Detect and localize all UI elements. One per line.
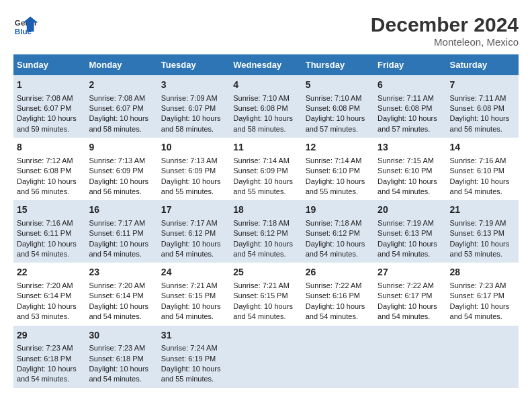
daylight-minutes: and 55 minutes. (161, 375, 214, 383)
daylight-label: Daylight: 10 hours (17, 114, 77, 122)
daylight-label: Daylight: 10 hours (378, 177, 437, 185)
daylight-label: Daylight: 10 hours (233, 240, 293, 248)
calendar-table: SundayMondayTuesdayWednesdayThursdayFrid… (13, 54, 519, 388)
sunrise-label: Sunrise: 7:10 AM (233, 94, 290, 102)
sunset-label: Sunset: 6:15 PM (161, 291, 216, 300)
sunrise-label: Sunrise: 7:23 AM (450, 281, 506, 289)
day-number: 2 (89, 79, 154, 92)
daylight-label: Daylight: 10 hours (233, 114, 293, 122)
daylight-label: Daylight: 10 hours (89, 365, 148, 373)
day-number: 7 (450, 79, 515, 92)
sunset-label: Sunset: 6:07 PM (89, 104, 143, 112)
sunrise-label: Sunrise: 7:08 AM (89, 94, 145, 102)
sunrise-label: Sunrise: 7:13 AM (89, 156, 145, 165)
sunset-label: Sunset: 6:08 PM (306, 104, 360, 112)
sunrise-label: Sunrise: 7:08 AM (17, 94, 73, 102)
sunset-label: Sunset: 6:18 PM (17, 355, 71, 363)
header-cell-thursday: Thursday (302, 54, 374, 75)
calendar-cell: 2Sunrise: 7:08 AMSunset: 6:07 PMDaylight… (85, 75, 157, 138)
sunrise-label: Sunrise: 7:15 AM (378, 156, 434, 165)
daylight-label: Daylight: 10 hours (17, 177, 77, 185)
calendar-cell: 19Sunrise: 7:18 AMSunset: 6:12 PMDayligh… (302, 200, 374, 263)
daylight-label: Daylight: 10 hours (89, 114, 148, 122)
day-number: 22 (17, 266, 82, 279)
daylight-minutes: and 54 minutes. (378, 187, 430, 195)
page-title: December 2024 (371, 13, 519, 36)
sunrise-label: Sunrise: 7:13 AM (161, 156, 218, 165)
day-number: 31 (161, 329, 226, 342)
calendar-cell: 24Sunrise: 7:21 AMSunset: 6:15 PMDayligh… (158, 263, 230, 325)
sunset-label: Sunset: 6:10 PM (450, 167, 504, 175)
daylight-minutes: and 54 minutes. (89, 250, 141, 258)
calendar-cell: 11Sunrise: 7:14 AMSunset: 6:09 PMDayligh… (230, 138, 302, 200)
calendar-cell: 23Sunrise: 7:20 AMSunset: 6:14 PMDayligh… (85, 263, 157, 325)
day-number: 23 (89, 266, 154, 279)
day-number: 29 (17, 329, 82, 342)
calendar-cell: 1Sunrise: 7:08 AMSunset: 6:07 PMDaylight… (13, 75, 85, 138)
daylight-label: Daylight: 10 hours (89, 177, 148, 185)
logo-icon: General Blue (13, 13, 38, 38)
calendar-cell: 14Sunrise: 7:16 AMSunset: 6:10 PMDayligh… (447, 138, 519, 200)
daylight-label: Daylight: 10 hours (450, 177, 510, 185)
daylight-minutes: and 56 minutes. (450, 125, 502, 133)
calendar-cell: 13Sunrise: 7:15 AMSunset: 6:10 PMDayligh… (374, 138, 446, 200)
day-number: 20 (378, 203, 443, 217)
sunset-label: Sunset: 6:16 PM (306, 291, 360, 300)
header-cell-sunday: Sunday (13, 54, 85, 75)
sunrise-label: Sunrise: 7:17 AM (161, 219, 218, 227)
header-cell-saturday: Saturday (447, 54, 519, 75)
daylight-label: Daylight: 10 hours (233, 302, 293, 310)
calendar-cell (374, 326, 446, 388)
calendar-cell: 26Sunrise: 7:22 AMSunset: 6:16 PMDayligh… (302, 263, 374, 325)
header-cell-friday: Friday (374, 54, 446, 75)
calendar-cell: 16Sunrise: 7:17 AMSunset: 6:11 PMDayligh… (85, 200, 157, 263)
sunset-label: Sunset: 6:08 PM (17, 167, 71, 175)
day-number: 9 (89, 141, 154, 154)
calendar-cell: 30Sunrise: 7:23 AMSunset: 6:18 PMDayligh… (85, 326, 157, 388)
daylight-label: Daylight: 10 hours (161, 302, 221, 310)
header-row: SundayMondayTuesdayWednesdayThursdayFrid… (13, 54, 519, 75)
sunrise-label: Sunrise: 7:21 AM (233, 281, 290, 289)
sunrise-label: Sunrise: 7:19 AM (378, 219, 434, 227)
day-number: 10 (161, 141, 226, 154)
calendar-cell: 12Sunrise: 7:14 AMSunset: 6:10 PMDayligh… (302, 138, 374, 200)
daylight-minutes: and 53 minutes. (450, 250, 502, 258)
daylight-label: Daylight: 10 hours (233, 177, 293, 185)
sunrise-label: Sunrise: 7:22 AM (378, 281, 434, 289)
header-cell-wednesday: Wednesday (230, 54, 302, 75)
header-cell-tuesday: Tuesday (158, 54, 230, 75)
daylight-minutes: and 54 minutes. (306, 312, 358, 320)
day-number: 6 (378, 79, 443, 92)
week-row-1: 1Sunrise: 7:08 AMSunset: 6:07 PMDaylight… (13, 75, 519, 138)
daylight-minutes: and 54 minutes. (378, 312, 430, 320)
daylight-label: Daylight: 10 hours (306, 240, 365, 248)
calendar-cell: 31Sunrise: 7:24 AMSunset: 6:19 PMDayligh… (158, 326, 230, 388)
sunset-label: Sunset: 6:09 PM (161, 167, 216, 175)
calendar-cell: 9Sunrise: 7:13 AMSunset: 6:09 PMDaylight… (85, 138, 157, 200)
sunset-label: Sunset: 6:11 PM (89, 229, 143, 237)
day-number: 1 (17, 79, 82, 92)
calendar-cell: 5Sunrise: 7:10 AMSunset: 6:08 PMDaylight… (302, 75, 374, 138)
sunrise-label: Sunrise: 7:14 AM (306, 156, 362, 165)
sunset-label: Sunset: 6:12 PM (233, 229, 287, 237)
sunset-label: Sunset: 6:15 PM (233, 291, 287, 300)
sunset-label: Sunset: 6:14 PM (17, 291, 71, 300)
daylight-minutes: and 54 minutes. (233, 312, 285, 320)
sunrise-label: Sunrise: 7:17 AM (89, 219, 145, 227)
sunset-label: Sunset: 6:17 PM (378, 291, 432, 300)
sunset-label: Sunset: 6:12 PM (306, 229, 360, 237)
daylight-label: Daylight: 10 hours (306, 302, 365, 310)
sunset-label: Sunset: 6:13 PM (378, 229, 432, 237)
week-row-3: 15Sunrise: 7:16 AMSunset: 6:11 PMDayligh… (13, 200, 519, 263)
sunset-label: Sunset: 6:09 PM (233, 167, 287, 175)
day-number: 14 (450, 141, 515, 154)
daylight-label: Daylight: 10 hours (161, 365, 221, 373)
calendar-cell: 8Sunrise: 7:12 AMSunset: 6:08 PMDaylight… (13, 138, 85, 200)
logo: General Blue (13, 13, 38, 38)
sunrise-label: Sunrise: 7:19 AM (450, 219, 506, 227)
calendar-cell: 18Sunrise: 7:18 AMSunset: 6:12 PMDayligh… (230, 200, 302, 263)
sunset-label: Sunset: 6:17 PM (450, 291, 504, 300)
calendar-cell: 22Sunrise: 7:20 AMSunset: 6:14 PMDayligh… (13, 263, 85, 325)
daylight-label: Daylight: 10 hours (378, 114, 437, 122)
day-number: 11 (233, 141, 298, 154)
